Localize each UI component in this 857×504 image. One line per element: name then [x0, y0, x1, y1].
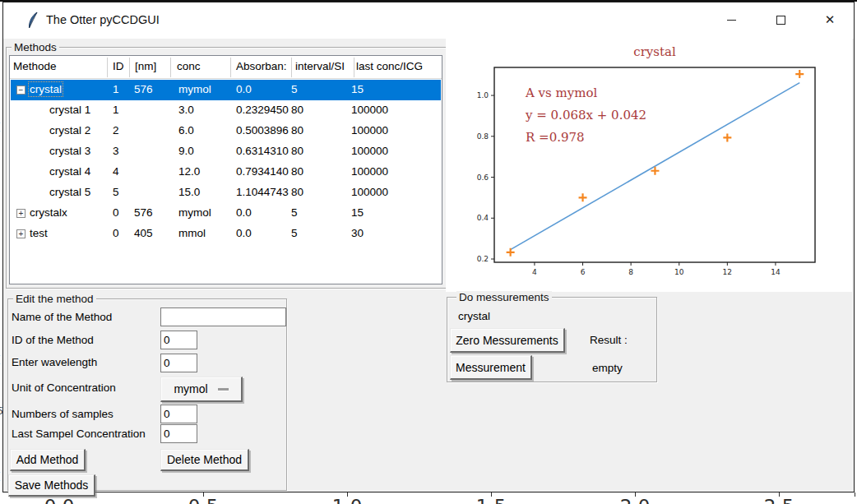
- column-header[interactable]: Absorban:: [236, 60, 287, 72]
- svg-text:0.2: 0.2: [477, 255, 489, 263]
- row-cell: 80: [291, 104, 303, 116]
- background-axis-tick: [347, 492, 348, 497]
- delete-method-button[interactable]: Delete Method: [160, 449, 249, 471]
- app-window: The Otter pyCCDGUI ✕ Methods MethodeID[n…: [2, 2, 855, 492]
- svg-text:10: 10: [674, 268, 684, 276]
- background-axis-tick-label: 0.0: [44, 496, 75, 504]
- column-separator[interactable]: [230, 58, 231, 77]
- column-header[interactable]: last conc/ICG: [356, 60, 423, 72]
- row-cell: 0.6314310: [236, 145, 289, 157]
- background-edge-fragment: (: [0, 121, 1, 133]
- row-cell: 0: [113, 227, 119, 239]
- collapse-icon[interactable]: −: [16, 86, 25, 95]
- minimize-icon: [727, 20, 736, 21]
- field-label: Unit of Concentration: [12, 381, 116, 394]
- method-name-input[interactable]: [160, 307, 286, 326]
- column-header[interactable]: [nm]: [135, 60, 156, 72]
- methods-table[interactable]: MethodeID[nm]concAbsorban:interval/SIlas…: [9, 55, 442, 284]
- field-input[interactable]: [160, 424, 197, 443]
- table-header[interactable]: MethodeID[nm]concAbsorban:interval/SIlas…: [10, 56, 442, 79]
- expand-icon[interactable]: +: [16, 209, 25, 218]
- column-separator[interactable]: [291, 58, 292, 77]
- svg-text:y = 0.068x + 0.042: y = 0.068x + 0.042: [525, 108, 646, 123]
- plot-canvas: 4681012140.20.40.60.81.0crystalA vs mymo…: [446, 39, 852, 292]
- svg-text:0.8: 0.8: [477, 132, 489, 141]
- row-cell: 100000: [351, 104, 388, 116]
- row-cell: 0: [113, 206, 119, 219]
- svg-text:8: 8: [628, 268, 633, 276]
- svg-text:R =0.978: R =0.978: [526, 130, 585, 145]
- svg-text:crystal: crystal: [633, 44, 676, 59]
- table-row[interactable]: crystal 226.00.500389680100000: [11, 121, 441, 141]
- row-cell: 2: [113, 124, 119, 136]
- row-cell: 100000: [351, 145, 388, 157]
- row-cell: 4: [113, 165, 119, 178]
- row-cell: mmol: [178, 227, 206, 239]
- background-axis-tick-label: 2.5: [764, 496, 794, 504]
- row-cell: 3.0: [178, 104, 194, 116]
- row-cell: 5: [291, 83, 298, 95]
- row-name: crystal 2: [49, 124, 90, 136]
- background-edge-fragment: (: [0, 470, 1, 483]
- row-cell: 0.5003896: [236, 124, 289, 136]
- result-value: empty: [592, 362, 623, 374]
- field-input[interactable]: [160, 405, 197, 423]
- column-header[interactable]: interval/SI: [295, 60, 345, 72]
- feather-icon: [26, 12, 40, 30]
- column-header[interactable]: Methode: [13, 60, 57, 72]
- column-separator[interactable]: [129, 58, 130, 77]
- table-row[interactable]: crystal 113.00.232945080100000: [11, 100, 441, 121]
- maximize-button[interactable]: [762, 2, 799, 37]
- row-cell: 3: [113, 145, 119, 157]
- row-cell: mymol: [178, 206, 211, 219]
- field-input[interactable]: [160, 354, 197, 372]
- row-cell: 80: [291, 124, 303, 136]
- row-cell: mymol: [178, 83, 211, 95]
- table-row[interactable]: −crystal1576mymol0.0515: [11, 80, 441, 100]
- row-cell: 15: [351, 206, 364, 219]
- row-cell: 5: [113, 186, 119, 198]
- row-cell: 80: [291, 145, 303, 157]
- field-label: Name of the Method: [12, 311, 112, 323]
- row-cell: 9.0: [178, 145, 194, 157]
- row-name: crystal 4: [49, 165, 90, 178]
- table-row[interactable]: +crystalx0576mymol0.0515: [11, 203, 441, 224]
- close-button[interactable]: ✕: [811, 2, 849, 37]
- column-separator[interactable]: [354, 58, 354, 77]
- methods-group-label: Methods: [12, 41, 59, 53]
- save-methods-button[interactable]: Save Methods: [8, 474, 95, 497]
- svg-text:12: 12: [723, 268, 732, 276]
- table-row[interactable]: crystal 5515.01.104474380100000: [11, 183, 441, 203]
- screenshot-stage: 0.00.51.01.52.02.5('(5( The Otter pyCCDG…: [0, 0, 857, 504]
- svg-text:0.6: 0.6: [477, 173, 489, 182]
- row-cell: 5: [291, 227, 298, 239]
- edit-method-group-label: Edit the method: [13, 293, 96, 305]
- unit-dropdown[interactable]: mymol: [160, 377, 243, 402]
- background-axis-tick: [779, 492, 780, 497]
- svg-text:14: 14: [771, 268, 781, 276]
- row-cell: 1: [113, 83, 119, 95]
- row-cell: 576: [134, 83, 153, 95]
- column-separator[interactable]: [170, 58, 171, 77]
- background-axis-tick: [203, 492, 204, 497]
- expand-icon[interactable]: +: [16, 229, 25, 238]
- row-cell: 15: [351, 83, 364, 95]
- measurement-button[interactable]: Messurement: [450, 355, 532, 380]
- title-bar: The Otter pyCCDGUI ✕: [3, 2, 854, 39]
- result-label: Result :: [590, 334, 628, 346]
- row-name: crystal 5: [49, 186, 90, 198]
- row-cell: 5: [291, 206, 298, 219]
- field-input[interactable]: [160, 331, 197, 349]
- column-header[interactable]: conc: [177, 60, 201, 72]
- column-separator[interactable]: [107, 58, 108, 77]
- table-row[interactable]: crystal 4412.00.793414080100000: [11, 162, 441, 183]
- zero-measurements-button[interactable]: Zero Messurements: [450, 328, 565, 353]
- row-name: crystal 1: [49, 104, 90, 116]
- unit-dropdown-value: mymol: [174, 382, 207, 395]
- table-row[interactable]: +test0405mmol0.0530: [11, 224, 441, 244]
- background-axis-tick-label: 2.0: [620, 496, 651, 504]
- column-header[interactable]: ID: [113, 60, 124, 72]
- add-method-button[interactable]: Add Method: [10, 449, 86, 471]
- minimize-button[interactable]: [712, 2, 750, 37]
- table-row[interactable]: crystal 339.00.631431080100000: [11, 141, 441, 162]
